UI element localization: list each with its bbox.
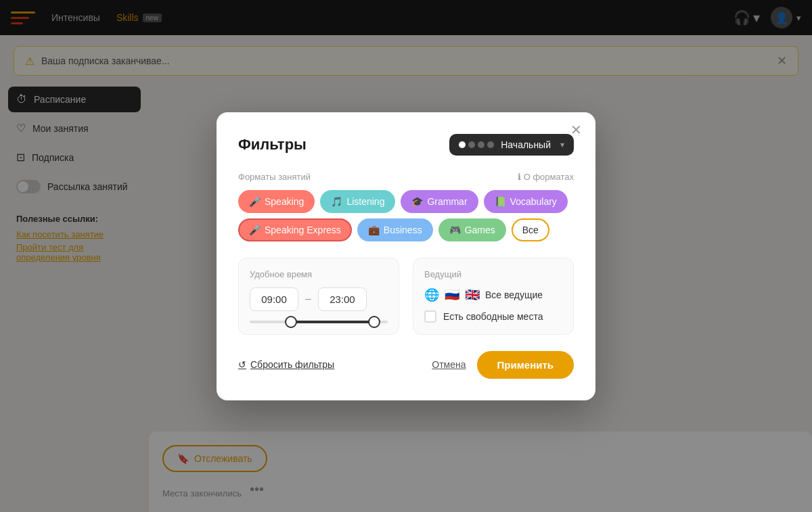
speaking-express-label: Speaking Express [265, 225, 341, 235]
tag-speaking[interactable]: 🎤 Speaking [238, 190, 315, 213]
presenter-text: Все ведущие [485, 289, 543, 300]
presenter-section: Ведущий 🌐 🇷🇺 🇬🇧 Все ведущие Есть свободн… [413, 258, 574, 335]
cancel-button[interactable]: Отмена [432, 359, 466, 370]
tag-listening[interactable]: 🎵 Listening [320, 190, 395, 213]
tag-all[interactable]: Все [512, 218, 549, 241]
level-selector[interactable]: Начальный ▾ [449, 134, 574, 156]
modal-header: Фильтры Начальный ▾ [238, 134, 574, 156]
dot-4 [487, 141, 494, 148]
apply-button[interactable]: Применить [477, 351, 574, 379]
all-label: Все [522, 225, 539, 235]
format-tags: 🎤 Speaking 🎵 Listening 🎓 Grammar 📗 Vocab… [238, 190, 574, 241]
level-label: Начальный [501, 139, 551, 150]
listening-label: Listening [346, 196, 384, 207]
vocabulary-icon: 📗 [495, 196, 506, 207]
speaking-label: Speaking [265, 196, 304, 207]
time-slider-track[interactable] [250, 321, 388, 323]
level-chevron-icon: ▾ [560, 140, 564, 149]
presenter-row: 🌐 🇷🇺 🇬🇧 Все ведущие [424, 287, 562, 302]
level-dots [459, 141, 494, 148]
free-spots-label: Есть свободные места [443, 311, 543, 322]
reset-button[interactable]: ↺ Сбросить фильтры [238, 359, 334, 370]
modal-title: Фильтры [238, 136, 307, 154]
slider-fill [291, 321, 374, 323]
grammar-icon: 🎓 [411, 196, 423, 207]
formats-info[interactable]: ℹ О форматах [518, 172, 574, 182]
time-range: 09:00 – 23:00 [250, 287, 388, 311]
tag-vocabulary[interactable]: 📗 Vocabulary [484, 190, 568, 213]
filter-modal: ✕ Фильтры Начальный ▾ Форматы занятий ℹ … [217, 112, 595, 400]
time-section-title: Удобное время [250, 269, 388, 279]
slider-thumb-left[interactable] [285, 316, 297, 328]
slider-thumb-right[interactable] [368, 316, 380, 328]
reset-label: Сбросить фильтры [250, 359, 334, 370]
presenter-section-title: Ведущий [424, 269, 562, 279]
flag-gb: 🇬🇧 [465, 287, 480, 302]
footer-right: Отмена Применить [432, 351, 574, 379]
grammar-label: Grammar [427, 196, 467, 207]
modal-footer: ↺ Сбросить фильтры Отмена Применить [238, 351, 574, 379]
modal-overlay[interactable]: ✕ Фильтры Начальный ▾ Форматы занятий ℹ … [0, 0, 812, 512]
time-section: Удобное время 09:00 – 23:00 [238, 258, 399, 335]
games-icon: 🎮 [449, 225, 461, 235]
time-to-box[interactable]: 23:00 [318, 287, 367, 311]
tag-games[interactable]: 🎮 Games [438, 218, 506, 241]
time-from-box[interactable]: 09:00 [250, 287, 298, 311]
flag-ru: 🇷🇺 [445, 287, 459, 302]
reset-icon: ↺ [238, 359, 246, 370]
speaking-icon: 🎤 [249, 196, 261, 207]
listening-icon: 🎵 [331, 196, 342, 207]
globe-icon: 🌐 [424, 287, 439, 302]
business-icon: 💼 [368, 225, 380, 235]
dot-2 [468, 141, 475, 148]
speaking-express-icon: 🎤 [249, 225, 261, 235]
business-label: Business [384, 225, 422, 235]
tag-speaking-express[interactable]: 🎤 Speaking Express [238, 218, 352, 241]
free-spots-checkbox[interactable] [424, 310, 436, 323]
filters-columns: Удобное время 09:00 – 23:00 Ведущий 🌐 🇷� [238, 258, 574, 335]
free-spots-row: Есть свободные места [424, 310, 562, 323]
tag-business[interactable]: 💼 Business [357, 218, 433, 241]
vocabulary-label: Vocabulary [510, 196, 557, 207]
formats-label: Форматы занятий [238, 172, 311, 182]
formats-section-label: Форматы занятий ℹ О форматах [238, 172, 574, 182]
time-dash: – [305, 293, 311, 305]
modal-close-button[interactable]: ✕ [570, 123, 582, 137]
dot-1 [459, 141, 466, 148]
dot-3 [478, 141, 484, 148]
games-label: Games [465, 225, 495, 235]
tag-grammar[interactable]: 🎓 Grammar [401, 190, 478, 213]
